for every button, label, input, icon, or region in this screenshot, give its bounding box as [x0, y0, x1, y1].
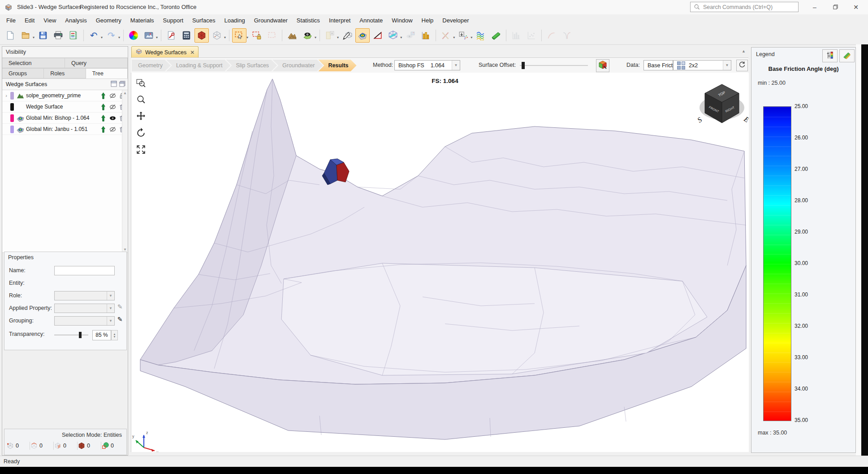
name-field[interactable]	[54, 266, 115, 275]
eye-hidden-icon[interactable]	[109, 92, 117, 100]
menu-file[interactable]: File	[2, 15, 20, 26]
wireframe-view-button[interactable]	[210, 28, 224, 43]
zoom-tool[interactable]	[135, 94, 147, 105]
transparency-slider[interactable]	[54, 335, 88, 335]
rotate-tool[interactable]	[135, 127, 147, 139]
open-file-dropdown-caret[interactable]: ▾	[33, 31, 35, 39]
minimize-button[interactable]: –	[804, 0, 825, 14]
interpret-button[interactable]	[179, 28, 194, 43]
zoom-window-tool[interactable]	[135, 77, 147, 89]
workflow-tab-geometry[interactable]: Geometry	[132, 60, 171, 71]
menu-help[interactable]: Help	[417, 15, 438, 26]
move-up-icon[interactable]	[99, 92, 107, 100]
contour-range-button[interactable]	[822, 49, 838, 62]
eye-hidden-icon[interactable]	[109, 103, 117, 111]
geostatistics-button[interactable]	[474, 28, 488, 43]
tree-item-0[interactable]: ›solpe_geometry_prime	[2, 90, 128, 101]
colormap-button[interactable]	[839, 49, 855, 62]
select-window-button[interactable]	[232, 28, 246, 43]
view-grid-caret[interactable]: ▼	[723, 61, 731, 70]
grouping-select[interactable]: ▼	[54, 316, 115, 326]
move-up-icon[interactable]	[99, 126, 107, 133]
open-file-button[interactable]	[18, 28, 33, 43]
method-select[interactable]: Bishop FS1.064 ▼	[394, 60, 460, 70]
undo-dropdown-caret[interactable]: ▾	[101, 31, 103, 39]
redo-button[interactable]: ↷	[104, 28, 118, 43]
pan-tool[interactable]	[135, 110, 147, 122]
menu-annotate[interactable]: Annotate	[355, 15, 387, 26]
measure-tool-button[interactable]	[371, 28, 385, 43]
wireframe-view-dropdown-caret[interactable]: ▾	[224, 31, 226, 39]
annotate-tool-button[interactable]	[340, 28, 354, 43]
selection-lock-button[interactable]	[250, 28, 264, 43]
eye-visible-icon[interactable]	[109, 114, 117, 122]
expand-chevron-icon[interactable]: ›	[2, 93, 10, 98]
display-options-button[interactable]	[126, 28, 141, 43]
undo-button[interactable]: ↶	[86, 28, 101, 43]
show-hide-entities-dropdown-caret[interactable]: ▾	[315, 31, 316, 39]
workflow-tab-slip-surfaces[interactable]: Slip Surfaces	[226, 60, 277, 71]
tree-item-3[interactable]: Global Min: Janbu - 1.051	[2, 124, 128, 135]
export-points-button[interactable]	[456, 28, 471, 43]
section-cut-button[interactable]	[386, 28, 400, 43]
menu-groundwater[interactable]: Groundwater	[250, 15, 292, 26]
menu-view[interactable]: View	[39, 15, 60, 26]
workflow-tab-groundwater[interactable]: Groundwater	[272, 60, 323, 71]
menu-interpret[interactable]: Interpret	[324, 15, 355, 26]
print-button[interactable]	[51, 28, 65, 43]
tree-item-2[interactable]: Global Min: Bishop - 1.064	[2, 113, 128, 124]
transparency-spinner[interactable]: ▲▼	[111, 330, 118, 340]
screen-capture-dropdown-caret[interactable]: ▾	[156, 31, 158, 39]
tree-item-1[interactable]: Wedge Surface	[2, 101, 128, 113]
applied-property-edit-icon[interactable]: ✎	[117, 303, 123, 310]
menu-support[interactable]: Support	[159, 15, 188, 26]
contour-style-button[interactable]	[596, 59, 609, 72]
redo-dropdown-caret[interactable]: ▾	[118, 31, 120, 39]
close-button[interactable]: ✕	[846, 0, 866, 14]
move-up-icon[interactable]	[99, 114, 107, 122]
grouping-edit-icon[interactable]: ✎	[117, 316, 123, 323]
menu-materials[interactable]: Materials	[126, 15, 159, 26]
show-contours-button[interactable]	[355, 28, 370, 43]
eye-hidden-icon[interactable]	[109, 126, 117, 133]
menu-statistics[interactable]: Statistics	[292, 15, 324, 26]
refresh-button[interactable]	[736, 60, 748, 71]
wedge-tool-button[interactable]	[489, 28, 503, 43]
show-model-button[interactable]	[194, 28, 209, 43]
tab-groups[interactable]: Groups	[2, 68, 44, 78]
zoom-extents-tool[interactable]	[135, 144, 147, 155]
workflow-tab-results[interactable]: Results	[318, 60, 356, 71]
menu-analysis[interactable]: Analysis	[60, 15, 91, 26]
menu-surfaces[interactable]: Surfaces	[188, 15, 220, 26]
transparency-slider-handle[interactable]	[79, 332, 82, 338]
applied-property-select[interactable]: ▼	[54, 304, 115, 313]
compute-button[interactable]	[164, 28, 178, 43]
report-generator-button[interactable]	[66, 28, 81, 43]
data-select[interactable]: Base Friction	[643, 60, 673, 70]
surfaces-tool-button[interactable]	[285, 28, 299, 43]
method-select-caret[interactable]: ▼	[452, 61, 460, 70]
ribbon-collapse-icon[interactable]: ▲	[742, 49, 746, 53]
3d-viewport[interactable]: TOPFRONTRIGHTSEzxy FS: 1.064	[131, 73, 749, 452]
search-input[interactable]: Search Commands (Ctrl+Q)	[690, 2, 799, 12]
tab-query[interactable]: Query	[65, 58, 128, 68]
collapse-all-icon[interactable]	[110, 80, 117, 91]
select-window-dropdown-caret[interactable]: ▾	[246, 31, 248, 39]
restore-button[interactable]	[825, 0, 846, 14]
view-grid-select[interactable]: 2x2 ▼	[673, 60, 731, 70]
role-select[interactable]: ▼	[54, 291, 115, 300]
document-tab-close-icon[interactable]: ✕	[190, 49, 194, 56]
menu-edit[interactable]: Edit	[20, 15, 39, 26]
menu-window[interactable]: Window	[387, 15, 417, 26]
menu-developer[interactable]: Developer	[438, 15, 473, 26]
workflow-tab-loading-support[interactable]: Loading & Support	[166, 60, 231, 71]
surface-offset-slider[interactable]	[520, 65, 588, 66]
new-file-button[interactable]	[3, 28, 17, 43]
transparency-value[interactable]: 85 %	[92, 330, 111, 340]
document-tab[interactable]: Wedge Surfaces ✕	[131, 46, 199, 58]
tab-tree[interactable]: Tree	[86, 68, 128, 78]
expand-all-icon[interactable]	[119, 80, 126, 91]
tree-scrollbar[interactable]: ▲▼	[122, 90, 128, 252]
move-up-icon[interactable]	[99, 103, 107, 111]
tab-roles[interactable]: Roles	[44, 68, 86, 78]
